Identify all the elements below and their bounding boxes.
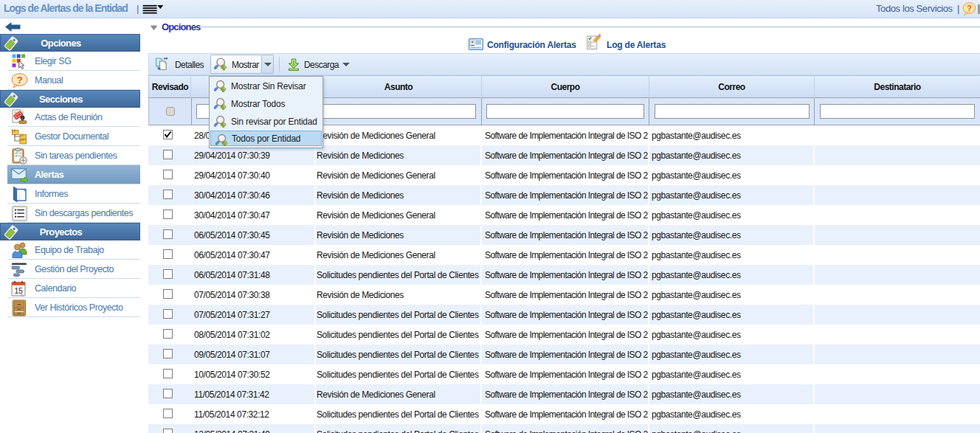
svg-text:?: ?: [967, 4, 972, 13]
svg-text:?: ?: [17, 75, 23, 86]
svg-text:15: 15: [15, 286, 23, 295]
